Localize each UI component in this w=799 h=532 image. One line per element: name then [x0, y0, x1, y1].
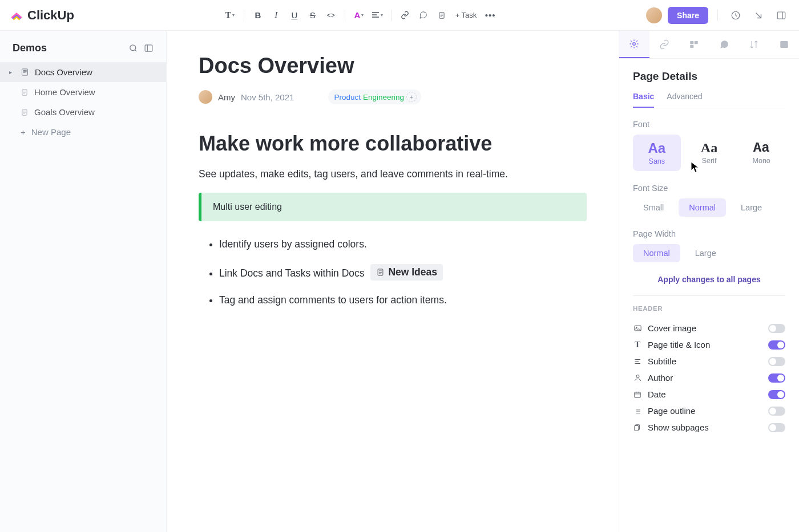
user-avatar[interactable] — [646, 7, 662, 23]
tab-advanced[interactable]: Advanced — [667, 92, 702, 108]
subtitle-icon — [633, 358, 642, 366]
svg-rect-14 — [695, 41, 698, 44]
toggle-switch[interactable] — [768, 390, 785, 399]
inline-doc-link[interactable]: New Ideas — [370, 264, 443, 281]
svg-rect-7 — [23, 71, 26, 72]
comment-icon — [419, 11, 427, 19]
search-button[interactable] — [128, 43, 138, 53]
toggle-cover-image: Cover image — [633, 320, 785, 336]
bullet-list[interactable]: Identify users by assigned colors. Link … — [199, 238, 587, 306]
toggle-switch[interactable] — [768, 407, 785, 416]
text-style-dropdown[interactable]: T▾ — [222, 7, 238, 23]
callout-block[interactable]: Multi user editing — [199, 193, 587, 221]
sidebar-new-page[interactable]: + New Page — [0, 122, 166, 142]
pages-icon — [633, 424, 642, 432]
sidebar: Demos ▸ Docs Overview Home Overview Goal… — [0, 31, 167, 532]
apply-all-link[interactable]: Apply changes to all pages — [633, 275, 785, 284]
topbar: ClickUp T▾ B I U S <> A▾ ▾ +Task ••• Sha… — [0, 0, 799, 31]
doc-subhead[interactable]: See updates, make edits, tag users, and … — [199, 168, 587, 180]
link-button[interactable] — [397, 7, 413, 23]
toggle-switch[interactable] — [768, 423, 785, 432]
meta-row: Amy Nov 5th, 2021 Product Engineering + — [199, 90, 587, 104]
panel-title: Page Details — [633, 70, 785, 83]
svg-rect-20 — [635, 392, 641, 397]
app-name: ClickUp — [27, 8, 74, 23]
author-avatar[interactable] — [199, 90, 212, 104]
board-tab[interactable] — [679, 31, 709, 58]
sidebar-item-label: Docs Overview — [35, 67, 92, 77]
text-color-dropdown[interactable]: A▾ — [351, 7, 367, 23]
align-icon — [372, 11, 380, 19]
panel-toggle-button[interactable] — [773, 7, 790, 24]
clickup-logo-icon — [9, 8, 24, 23]
svg-rect-13 — [691, 41, 694, 44]
strikethrough-button[interactable]: S — [305, 7, 321, 23]
svg-point-19 — [636, 375, 639, 378]
sidebar-item-label: New Page — [31, 127, 71, 137]
separator — [391, 10, 392, 21]
export-button[interactable] — [750, 7, 767, 24]
sort-tab[interactable] — [739, 31, 769, 58]
link-icon — [401, 11, 409, 19]
list-item[interactable]: Tag and assign comments to users for act… — [219, 294, 587, 306]
calendar-icon — [633, 391, 642, 399]
attach-button[interactable] — [434, 7, 450, 23]
font-serif[interactable]: AaSerif — [685, 135, 733, 171]
font-size-small[interactable]: Small — [633, 198, 674, 217]
relations-tab[interactable] — [649, 31, 680, 58]
collapse-sidebar-button[interactable] — [144, 43, 154, 53]
font-size-large[interactable]: Large — [731, 198, 772, 217]
sidebar-right-icon — [776, 10, 786, 21]
font-mono[interactable]: AaMono — [737, 135, 785, 171]
page-title[interactable]: Docs Overview — [199, 54, 587, 78]
italic-button[interactable]: I — [268, 7, 284, 23]
toggle-date: Date — [633, 386, 785, 403]
sidebar-item-goals-overview[interactable]: Goals Overview — [0, 102, 166, 122]
document-area[interactable]: Docs Overview Amy Nov 5th, 2021 Product … — [167, 31, 619, 532]
toggle-switch[interactable] — [768, 373, 785, 383]
image-tab[interactable] — [769, 31, 800, 58]
list-item[interactable]: Link Docs and Tasks within Docs New Idea… — [219, 264, 587, 281]
svg-point-3 — [130, 45, 136, 51]
panel-mode-tabs — [619, 31, 799, 59]
sidebar-header: Demos — [0, 42, 166, 62]
page-width-normal[interactable]: Normal — [633, 244, 680, 262]
list-icon — [633, 407, 642, 415]
sidebar-item-home-overview[interactable]: Home Overview — [0, 82, 166, 102]
font-sans[interactable]: AaSans — [633, 135, 681, 171]
comment-button[interactable] — [415, 7, 431, 23]
doc-icon — [376, 268, 385, 277]
history-button[interactable] — [727, 7, 744, 24]
bold-button[interactable]: B — [250, 7, 266, 23]
code-button[interactable]: <> — [323, 7, 339, 23]
clock-icon — [731, 10, 741, 21]
tag-engineering[interactable]: Engineering — [363, 93, 404, 101]
settings-tab[interactable] — [619, 31, 649, 58]
tag-product[interactable]: Product — [334, 93, 361, 101]
comment-icon — [719, 39, 729, 50]
page-width-large[interactable]: Large — [685, 244, 727, 262]
font-size-normal[interactable]: Normal — [679, 198, 726, 217]
list-item[interactable]: Identify users by assigned colors. — [219, 238, 587, 250]
underline-button[interactable]: U — [286, 7, 302, 23]
toggle-switch[interactable] — [768, 357, 785, 366]
tab-basic[interactable]: Basic — [633, 92, 654, 108]
add-task-button[interactable]: +Task — [452, 11, 480, 19]
align-dropdown[interactable]: ▾ — [369, 7, 385, 23]
user-icon — [633, 373, 642, 382]
toggle-switch[interactable] — [768, 340, 785, 350]
share-button[interactable]: Share — [668, 7, 708, 24]
comments-tab[interactable] — [709, 31, 740, 58]
sort-icon — [749, 39, 759, 50]
svg-rect-22 — [635, 425, 639, 431]
sidebar-item-docs-overview[interactable]: ▸ Docs Overview — [0, 62, 166, 82]
more-button[interactable]: ••• — [482, 7, 498, 23]
toggle-author: Author — [633, 369, 785, 386]
doc-heading[interactable]: Make work more collaborative — [199, 132, 587, 156]
toggle-switch[interactable] — [768, 324, 785, 333]
text-icon: T — [633, 340, 642, 350]
add-tag-button[interactable]: + — [406, 92, 417, 102]
app-logo[interactable]: ClickUp — [9, 8, 74, 23]
chain-icon — [659, 39, 669, 50]
tag-chip-group[interactable]: Product Engineering + — [328, 90, 421, 104]
